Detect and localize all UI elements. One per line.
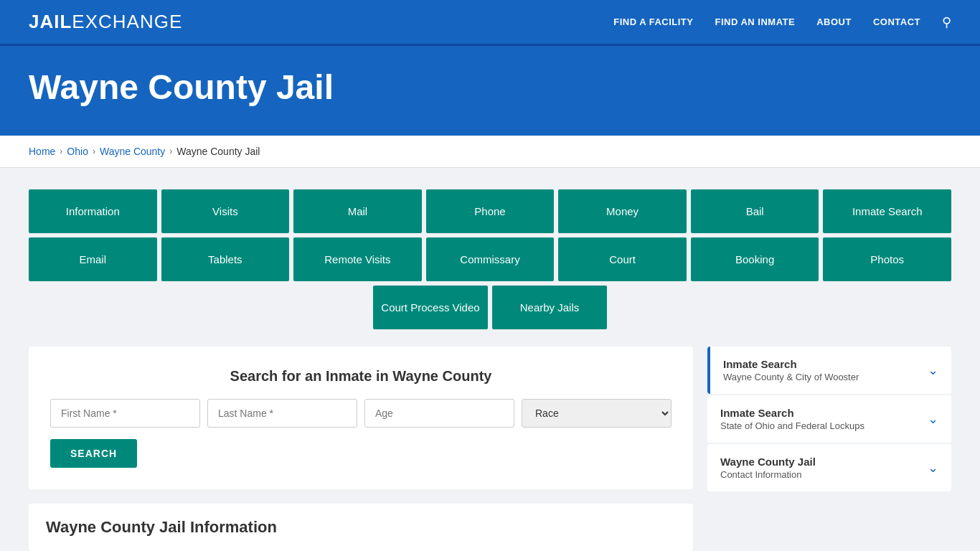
breadcrumb-ohio[interactable]: Ohio [67, 146, 88, 157]
chevron-icon-2: ⌄ [928, 411, 938, 427]
breadcrumb: Home › Ohio › Wayne County › Wayne Count… [29, 146, 951, 157]
first-name-input[interactable] [50, 399, 200, 428]
info-title: Wayne County Jail Information [46, 518, 676, 537]
sidebar-card-text-2: Inmate Search State of Ohio and Federal … [720, 407, 864, 431]
tile-nearby-jails[interactable]: Nearby Jails [492, 286, 607, 329]
tile-mail[interactable]: Mail [293, 189, 422, 233]
search-button[interactable]: SEARCH [50, 439, 137, 468]
hero-section: Wayne County Jail [0, 46, 980, 136]
breadcrumb-bar: Home › Ohio › Wayne County › Wayne Count… [0, 136, 980, 168]
sidebar-card-title-3: Wayne County Jail [720, 456, 816, 468]
breadcrumb-sep-1: › [60, 146, 62, 156]
tile-inmate-search[interactable]: Inmate Search [823, 189, 951, 233]
sidebar-card-inmate-search-2[interactable]: Inmate Search State of Ohio and Federal … [707, 395, 951, 443]
chevron-icon-3: ⌄ [928, 460, 938, 476]
logo[interactable]: JAILEXCHANGE [29, 11, 182, 33]
sidebar-card-subtitle-1: Wayne County & City of Wooster [723, 372, 859, 382]
sidebar-card-subtitle-3: Contact Information [720, 469, 816, 480]
tile-tablets[interactable]: Tablets [161, 237, 290, 281]
sidebar-card-title-1: Inmate Search [723, 358, 859, 370]
tile-booking[interactable]: Booking [691, 237, 819, 281]
tile-photos[interactable]: Photos [823, 237, 951, 281]
tile-court-process-video[interactable]: Court Process Video [373, 286, 488, 329]
tile-commissary[interactable]: Commissary [426, 237, 555, 281]
age-input[interactable] [364, 399, 514, 428]
last-name-input[interactable] [207, 399, 357, 428]
nav-find-facility[interactable]: FIND A FACILITY [613, 17, 693, 27]
tile-email[interactable]: Email [29, 237, 157, 281]
tile-bail[interactable]: Bail [691, 189, 819, 233]
logo-jail: JAIL [29, 11, 72, 32]
page-title: Wayne County Jail [29, 67, 951, 107]
search-icon[interactable]: ⚲ [942, 14, 951, 30]
info-section: Wayne County Jail Information [29, 504, 693, 551]
sidebar-card-header-3[interactable]: Wayne County Jail Contact Information ⌄ [707, 444, 951, 491]
sidebar-card-text-1: Inmate Search Wayne County & City of Woo… [723, 358, 859, 382]
chevron-icon-1: ⌄ [928, 362, 938, 378]
sidebar-card-subtitle-2: State of Ohio and Federal Lockups [720, 420, 864, 431]
tile-money[interactable]: Money [558, 189, 687, 233]
main-nav: FIND A FACILITY FIND AN INMATE ABOUT CON… [613, 14, 951, 30]
sidebar-card-inmate-search-1[interactable]: Inmate Search Wayne County & City of Woo… [707, 347, 951, 394]
bottom-section: Search for an Inmate in Wayne County Rac… [29, 347, 951, 551]
form-row-inputs: Race White Black Hispanic Asian Other [50, 399, 672, 428]
nav-about[interactable]: ABOUT [816, 17, 852, 27]
race-select[interactable]: Race White Black Hispanic Asian Other [522, 399, 672, 428]
nav-contact[interactable]: CONTACT [873, 17, 920, 27]
sidebar-card-title-2: Inmate Search [720, 407, 864, 419]
sidebar-card-text-3: Wayne County Jail Contact Information [720, 456, 816, 480]
main-content: Information Visits Mail Phone Money Bail… [0, 168, 980, 551]
tiles-row-3: Court Process Video Nearby Jails [29, 286, 951, 329]
tiles-row-2: Email Tablets Remote Visits Commissary C… [29, 237, 951, 281]
nav-find-inmate[interactable]: FIND AN INMATE [715, 17, 795, 27]
breadcrumb-sep-2: › [93, 146, 95, 156]
breadcrumb-sep-3: › [169, 146, 172, 156]
breadcrumb-county[interactable]: Wayne County [100, 146, 165, 157]
breadcrumb-home[interactable]: Home [29, 146, 55, 157]
sidebar-card-header-2[interactable]: Inmate Search State of Ohio and Federal … [707, 395, 951, 443]
header: JAILEXCHANGE FIND A FACILITY FIND AN INM… [0, 0, 980, 46]
sidebar-card-header-1[interactable]: Inmate Search Wayne County & City of Woo… [710, 347, 951, 394]
logo-exchange: EXCHANGE [72, 11, 182, 32]
tile-remote-visits[interactable]: Remote Visits [293, 237, 422, 281]
breadcrumb-current: Wayne County Jail [176, 146, 260, 157]
tile-information[interactable]: Information [29, 189, 157, 233]
left-column: Search for an Inmate in Wayne County Rac… [29, 347, 693, 551]
search-form-title: Search for an Inmate in Wayne County [50, 368, 672, 385]
tile-phone[interactable]: Phone [426, 189, 555, 233]
sidebar: Inmate Search Wayne County & City of Woo… [707, 347, 951, 493]
tile-visits[interactable]: Visits [161, 189, 290, 233]
search-form-container: Search for an Inmate in Wayne County Rac… [29, 347, 693, 489]
tiles-row-1: Information Visits Mail Phone Money Bail… [29, 189, 951, 233]
tile-court[interactable]: Court [558, 237, 687, 281]
sidebar-card-contact-info[interactable]: Wayne County Jail Contact Information ⌄ [707, 444, 951, 491]
